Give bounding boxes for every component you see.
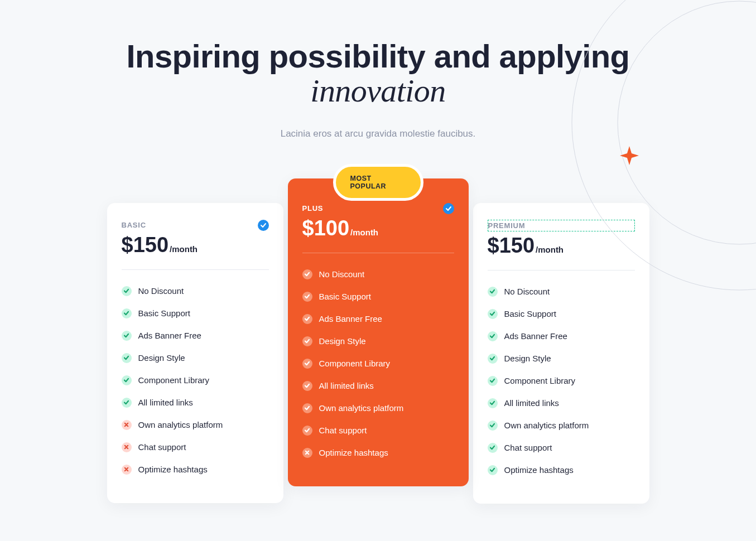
list-item: Basic Support — [302, 286, 454, 308]
list-item: Component Library — [302, 352, 454, 375]
feature-label: Ads Banner Free — [138, 331, 201, 340]
x-icon — [122, 465, 132, 475]
check-icon — [302, 292, 312, 302]
price-period: /month — [170, 244, 198, 254]
list-item: All limited links — [488, 392, 635, 414]
feature-label: No Discount — [319, 269, 365, 279]
list-item: Design Style — [488, 347, 635, 370]
feature-label: Component Library — [319, 359, 391, 368]
list-item: No Discount — [302, 263, 454, 286]
list-item: Own analytics platform — [122, 414, 269, 436]
check-icon — [488, 465, 498, 475]
feature-label: Own analytics platform — [504, 421, 589, 430]
check-icon — [122, 398, 132, 408]
feature-label: Basic Support — [138, 308, 190, 318]
feature-label: Ads Banner Free — [319, 314, 382, 323]
plan-name-plus: PLUS — [302, 204, 324, 212]
list-item: Optimize hashtags — [488, 459, 635, 481]
feature-label: No Discount — [504, 287, 550, 296]
plan-price-basic: $150 /month — [122, 233, 269, 257]
check-icon — [122, 286, 132, 296]
feature-label: Own analytics platform — [138, 420, 223, 429]
page-title: Inspiring possibility and applying innov… — [99, 39, 657, 108]
plan-price-plus: $100 /month — [302, 216, 454, 240]
most-popular-badge: MOST POPULAR — [333, 164, 423, 201]
feature-list-premium: No Discount Basic Support Ads Banner Fre… — [488, 281, 635, 481]
check-badge-icon — [443, 203, 454, 214]
price-period: /month — [350, 228, 378, 237]
page-subtitle: Lacinia eros at arcu gravida molestie fa… — [99, 128, 657, 139]
check-icon — [302, 314, 312, 324]
list-item: Design Style — [302, 330, 454, 352]
check-icon — [488, 376, 498, 386]
divider — [488, 270, 635, 270]
feature-label: Optimize hashtags — [319, 448, 388, 457]
list-item: All limited links — [122, 392, 269, 414]
feature-label: Basic Support — [319, 292, 371, 301]
check-icon — [488, 331, 498, 341]
x-icon — [122, 420, 132, 430]
plan-card-basic: BASIC $150 /month No Discount Basic Supp… — [107, 203, 283, 503]
check-icon — [302, 426, 312, 436]
check-icon — [488, 309, 498, 319]
check-icon — [122, 308, 132, 318]
price-period: /month — [536, 245, 564, 254]
list-item: No Discount — [488, 281, 635, 303]
list-item: Ads Banner Free — [302, 308, 454, 330]
list-item: Optimize hashtags — [122, 458, 269, 481]
list-item: Design Style — [122, 347, 269, 369]
feature-label: Design Style — [504, 354, 551, 363]
title-text: Inspiring possibility and applying — [127, 38, 630, 74]
x-icon — [122, 442, 132, 452]
check-icon — [302, 359, 312, 369]
list-item: Component Library — [122, 369, 269, 392]
list-item: Ads Banner Free — [122, 325, 269, 347]
hero-section: Inspiring possibility and applying innov… — [99, 39, 657, 139]
price-amount: $100 — [302, 216, 350, 240]
check-icon — [488, 398, 498, 408]
check-icon — [302, 381, 312, 391]
feature-label: Chat support — [319, 426, 367, 435]
list-item: Component Library — [488, 370, 635, 392]
list-item: No Discount — [122, 280, 269, 302]
pricing-plans: BASIC $150 /month No Discount Basic Supp… — [99, 178, 657, 504]
check-icon — [488, 287, 498, 297]
feature-list-plus: No Discount Basic Support Ads Banner Fre… — [302, 263, 454, 464]
list-item: Basic Support — [488, 303, 635, 325]
list-item: Optimize hashtags — [302, 442, 454, 464]
feature-label: Component Library — [138, 375, 210, 385]
check-icon — [488, 354, 498, 364]
list-item: All limited links — [302, 375, 454, 397]
feature-label: Optimize hashtags — [504, 465, 574, 475]
feature-label: No Discount — [138, 286, 184, 296]
title-emphasis: innovation — [310, 73, 445, 109]
check-icon — [302, 269, 312, 279]
plan-name-premium: PREMIUM — [488, 220, 635, 231]
list-item: Chat support — [488, 437, 635, 459]
check-icon — [122, 353, 132, 363]
feature-label: All limited links — [504, 398, 559, 408]
price-amount: $150 — [122, 233, 169, 257]
feature-label: Chat support — [138, 442, 186, 452]
check-icon — [122, 331, 132, 341]
feature-label: Basic Support — [504, 309, 556, 318]
feature-label: All limited links — [138, 398, 193, 407]
feature-label: Ads Banner Free — [504, 331, 567, 341]
check-icon — [122, 375, 132, 385]
list-item: Basic Support — [122, 302, 269, 325]
plan-price-premium: $150 /month — [488, 234, 635, 258]
check-badge-icon — [258, 220, 269, 231]
x-icon — [302, 448, 312, 458]
check-icon — [488, 443, 498, 453]
feature-label: Optimize hashtags — [138, 465, 208, 474]
divider — [302, 253, 454, 253]
price-amount: $150 — [488, 234, 535, 258]
list-item: Ads Banner Free — [488, 325, 635, 347]
feature-label: All limited links — [319, 381, 374, 390]
feature-label: Chat support — [504, 443, 552, 452]
check-icon — [488, 421, 498, 431]
feature-label: Own analytics platform — [319, 403, 404, 413]
check-icon — [302, 403, 312, 413]
feature-label: Component Library — [504, 376, 576, 385]
plan-card-plus: MOST POPULAR PLUS $100 /month No Discoun… — [288, 178, 469, 486]
